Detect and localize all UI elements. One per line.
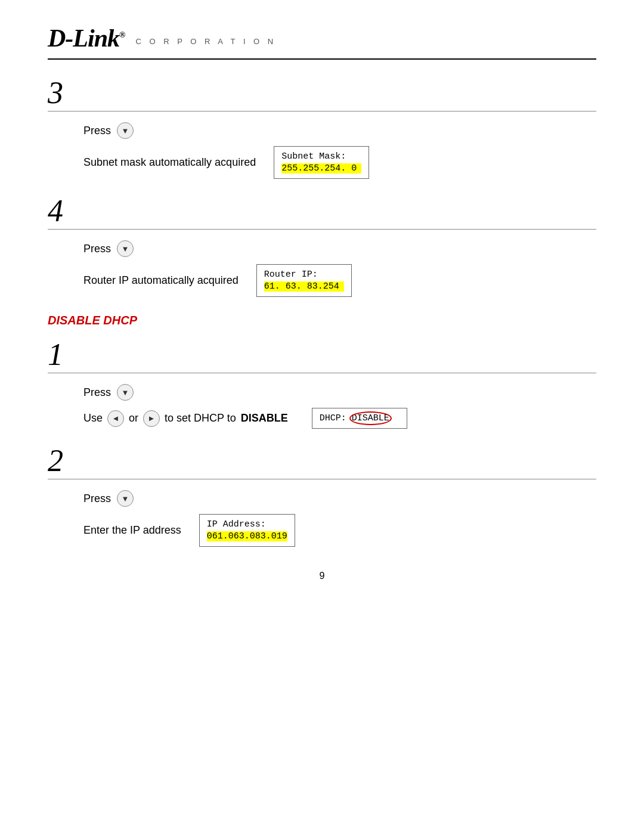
disable-step-1-section: 1 Press ▼ Use ◄ or ► to set DHCP to — [48, 339, 596, 429]
step-3-bullets: Press ▼ Subnet mask automatically acquir… — [83, 122, 596, 179]
logo-registered: ® — [119, 30, 125, 39]
or-label: or — [129, 412, 138, 425]
disable-step-1-bullet-1: Press ▼ — [83, 384, 596, 401]
disable-step-1-bullet-2: Use ◄ or ► to set DHCP to DISABLE DHCP: … — [83, 408, 596, 429]
disable-step-2-section: 2 Press ▼ Enter the IP address IP Addres… — [48, 445, 596, 547]
disable-step-1-divider — [48, 373, 596, 373]
step-4-number: 4 — [48, 196, 596, 227]
step-4-screen-value: 61. 63. 83.254 — [264, 281, 344, 292]
step-3-bullet-1: Press ▼ — [83, 122, 596, 139]
disable-step-1-down-arrow[interactable]: ▼ — [117, 384, 134, 401]
step-3-bullet-2: Subnet mask automatically acquired Subne… — [83, 146, 596, 179]
disable-step-2-bullets: Press ▼ Enter the IP address IP Address:… — [83, 490, 596, 547]
step-4-bullets: Press ▼ Router IP automatically acquired… — [83, 240, 596, 297]
step-3-screen-value: 255.255.254. 0 — [281, 163, 361, 174]
disable-step-2-down-arrow[interactable]: ▼ — [117, 490, 134, 507]
step-4-bullet-2: Router IP automatically acquired Router … — [83, 264, 596, 297]
disable-screen-label: DHCP: — [320, 413, 346, 423]
logo-d: D-Link — [48, 24, 119, 52]
corporation-text: C O R P O R A T I O N — [135, 37, 276, 46]
step-4-bullet-1: Press ▼ — [83, 240, 596, 257]
step-4-screen: Router IP: 61. 63. 83.254 — [256, 264, 352, 297]
step-3-subnet-label: Subnet mask automatically acquired — [83, 156, 256, 169]
disable-screen-value: DISABLE — [352, 413, 389, 423]
step-3-number: 3 — [48, 78, 596, 109]
step-3-down-arrow[interactable]: ▼ — [117, 122, 134, 139]
disable-step-2-screen: IP Address: 061.063.083.019 — [199, 514, 295, 547]
step-4-screen-label: Router IP: — [264, 270, 344, 280]
disable-step-2-screen-label: IP Address: — [207, 519, 287, 529]
step-4-router-label: Router IP automatically acquired — [83, 274, 239, 287]
step-3-screen: Subnet Mask: 255.255.254. 0 — [274, 146, 369, 179]
disable-step-2-bullet-1: Press ▼ — [83, 490, 596, 507]
disable-screen-box: DHCP: DISABLE — [312, 408, 407, 429]
disable-step-2-press-label: Press — [83, 493, 111, 505]
disable-step-2-ip-label: Enter the IP address — [83, 524, 181, 537]
disable-step-1-press-label: Press — [83, 386, 111, 399]
step-4-press-label: Press — [83, 243, 111, 255]
right-arrow-button[interactable]: ► — [143, 410, 160, 427]
page-wrapper: D-Link® C O R P O R A T I O N 3 Press ▼ … — [0, 0, 644, 833]
action-label: to set DHCP to — [165, 412, 236, 425]
disable-step-2-number: 2 — [48, 445, 596, 476]
disable-step-2-divider — [48, 479, 596, 479]
header: D-Link® C O R P O R A T I O N — [48, 24, 596, 60]
left-arrow-button[interactable]: ◄ — [107, 410, 124, 427]
use-label: Use — [83, 412, 103, 425]
disable-step-1-use-line: Use ◄ or ► to set DHCP to DISABLE — [83, 410, 288, 427]
step-4-down-arrow[interactable]: ▼ — [117, 240, 134, 257]
disable-step-2-bullet-2: Enter the IP address IP Address: 061.063… — [83, 514, 596, 547]
page-number: 9 — [48, 571, 596, 581]
disable-step-1-use-col: Use ◄ or ► to set DHCP to DISABLE — [83, 410, 288, 427]
disable-step-1-number: 1 — [48, 339, 596, 370]
step-3-section: 3 Press ▼ Subnet mask automatically acqu… — [48, 78, 596, 179]
step-4-section: 4 Press ▼ Router IP automatically acquir… — [48, 196, 596, 297]
disable-bold-label: DISABLE — [241, 412, 288, 425]
step-3-divider — [48, 111, 596, 112]
step-3-press-label: Press — [83, 125, 111, 137]
disable-dhcp-heading: DISABLE DHCP — [48, 314, 596, 327]
disable-step-1-use-row: Use ◄ or ► to set DHCP to DISABLE DHCP: … — [83, 408, 407, 429]
step-4-divider — [48, 229, 596, 230]
disable-step-1-bullets: Press ▼ Use ◄ or ► to set DHCP to DISABL… — [83, 384, 596, 429]
step-3-screen-label: Subnet Mask: — [281, 151, 361, 162]
disable-step-2-screen-value: 061.063.083.019 — [207, 531, 287, 541]
dlink-logo: D-Link® — [48, 24, 125, 52]
